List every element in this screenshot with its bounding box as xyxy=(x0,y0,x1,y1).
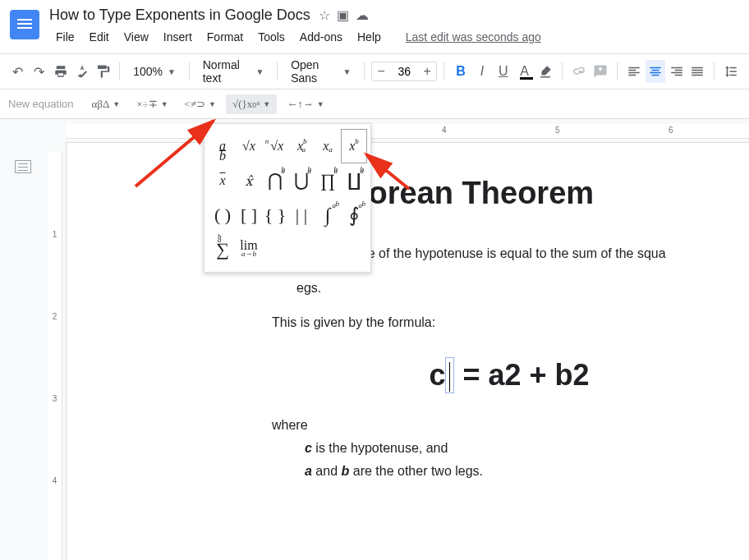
star-icon[interactable]: ☆ xyxy=(319,7,330,23)
spellcheck-button[interactable] xyxy=(72,60,92,83)
math-union[interactable]: ⋃ba xyxy=(288,163,315,198)
highlight-button[interactable] xyxy=(536,60,556,83)
align-justify-button[interactable] xyxy=(687,60,707,83)
math-operations-popup: ab √x n√x xba xa xb x x̂ ⋂ba ⋃ba ∏ba ∐ba… xyxy=(204,123,371,273)
greek-letters-menu[interactable]: αβΔ▼ xyxy=(85,94,127,114)
paragraph-1a[interactable]: the square of the hypotenuse is equal to… xyxy=(313,244,705,264)
undo-button[interactable]: ↶ xyxy=(8,60,28,83)
menu-format[interactable]: Format xyxy=(200,27,250,47)
move-icon[interactable]: ▣ xyxy=(337,7,349,23)
equation-display[interactable]: c = a2 + b2 xyxy=(313,357,705,393)
where-line-2[interactable]: a and b are the other two legs. xyxy=(305,464,705,479)
left-sidebar xyxy=(0,119,46,560)
last-edit-link[interactable]: Last edit was seconds ago xyxy=(399,27,548,47)
font-size-input[interactable] xyxy=(390,65,418,78)
print-button[interactable] xyxy=(51,60,71,83)
zoom-select[interactable]: 100%▼ xyxy=(126,60,182,83)
paint-format-button[interactable] xyxy=(93,60,113,83)
redo-button[interactable]: ↷ xyxy=(30,60,49,83)
font-family-select[interactable]: Open Sans▼ xyxy=(284,60,357,83)
math-nthroot[interactable]: n√x xyxy=(262,129,288,163)
menu-addons[interactable]: Add-ons xyxy=(293,27,349,47)
underline-button[interactable]: U xyxy=(494,60,513,83)
math-absolute[interactable]: | | xyxy=(288,198,315,232)
align-right-button[interactable] xyxy=(667,60,687,83)
paragraph-style-select[interactable]: Normal text▼ xyxy=(196,60,271,83)
outline-icon[interactable] xyxy=(15,160,31,173)
paragraph-1b[interactable]: egs. xyxy=(296,278,705,298)
menu-help[interactable]: Help xyxy=(351,27,388,47)
math-subsup[interactable]: xba xyxy=(288,129,315,163)
font-size-increase[interactable]: + xyxy=(418,62,436,80)
menu-edit[interactable]: Edit xyxy=(83,27,116,47)
font-size-decrease[interactable]: − xyxy=(372,62,390,80)
svg-line-0 xyxy=(136,121,214,186)
paragraph-2[interactable]: This is given by the formula: xyxy=(272,313,705,333)
docs-logo-icon[interactable] xyxy=(10,10,39,39)
cloud-icon[interactable]: ☁ xyxy=(356,7,369,23)
font-size-control: − + xyxy=(371,62,437,81)
where-line-1[interactable]: c is the hypotenuse, and xyxy=(305,441,705,456)
math-hat[interactable]: x̂ xyxy=(236,163,262,198)
vertical-ruler[interactable]: 1 2 3 4 xyxy=(48,152,62,560)
text-color-button[interactable]: A xyxy=(515,60,535,83)
math-brackets[interactable]: [ ] xyxy=(236,198,262,232)
annotation-arrow-1 xyxy=(131,117,222,194)
document-page[interactable]: hagorean Theorem the square of the hypot… xyxy=(66,142,749,560)
align-left-button[interactable] xyxy=(624,60,644,83)
main-toolbar: ↶ ↷ 100%▼ Normal text▼ Open Sans▼ − + B … xyxy=(0,53,749,90)
misc-operators-menu[interactable]: ×÷∓▼ xyxy=(130,94,174,114)
menu-tools[interactable]: Tools xyxy=(251,27,292,47)
document-title[interactable]: How to Type Exponents in Google Docs xyxy=(49,7,310,24)
align-center-button[interactable] xyxy=(646,60,665,83)
menu-file[interactable]: File xyxy=(49,27,81,47)
math-operations-menu[interactable]: √(}x₀ⁿ▼ xyxy=(226,94,277,114)
line-spacing-button[interactable] xyxy=(721,60,741,83)
italic-button[interactable]: I xyxy=(472,60,492,83)
math-product[interactable]: ∏ba xyxy=(315,163,341,198)
equation-toolbar: New equation αβΔ▼ ×÷∓▼ <≠⊃▼ √(}x₀ⁿ▼ ←↑→▼ xyxy=(0,90,749,119)
menu-bar: File Edit View Insert Format Tools Add-o… xyxy=(49,27,739,47)
new-equation-button[interactable]: New equation xyxy=(8,98,74,110)
math-braces[interactable]: { } xyxy=(262,198,288,232)
math-sum[interactable]: ∑ba xyxy=(209,232,236,267)
svg-line-1 xyxy=(366,154,409,189)
insert-link-button[interactable] xyxy=(569,60,589,83)
math-contour-integral[interactable]: ∮ba xyxy=(341,198,367,232)
annotation-arrow-2 xyxy=(360,148,417,200)
add-comment-button[interactable] xyxy=(590,60,610,83)
math-limit[interactable]: lima→b xyxy=(236,232,262,267)
app-header: How to Type Exponents in Google Docs ☆ ▣… xyxy=(0,0,749,47)
math-parentheses[interactable]: ( ) xyxy=(209,198,236,232)
relations-menu[interactable]: <≠⊃▼ xyxy=(178,94,223,114)
math-intersection[interactable]: ⋂ba xyxy=(262,163,288,198)
arrows-menu[interactable]: ←↑→▼ xyxy=(280,94,330,114)
equation-cursor[interactable] xyxy=(445,357,454,393)
math-sqrt[interactable]: √x xyxy=(236,129,262,163)
math-subscript[interactable]: xa xyxy=(315,129,341,163)
where-label[interactable]: where xyxy=(272,418,705,433)
menu-insert[interactable]: Insert xyxy=(157,27,199,47)
menu-view[interactable]: View xyxy=(117,27,155,47)
bold-button[interactable]: B xyxy=(451,60,471,83)
math-integral[interactable]: ∫ba xyxy=(315,198,341,232)
